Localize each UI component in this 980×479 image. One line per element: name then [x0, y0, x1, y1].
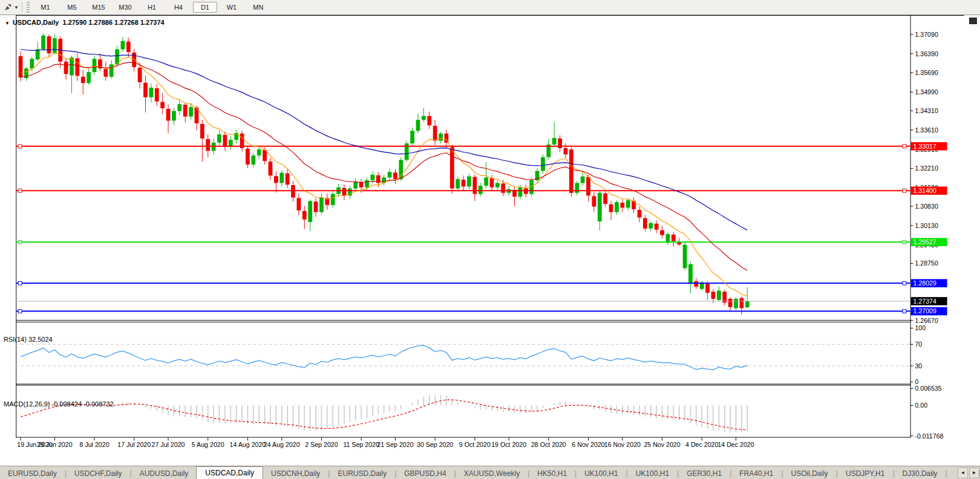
line-handle[interactable]: [903, 310, 906, 313]
price-tick-label: 1.33610: [915, 126, 938, 134]
price-tick-label: 1.36390: [915, 50, 938, 57]
date-tick-label: 8 Jul 2020: [80, 441, 109, 448]
price-badge-label: 1.31400: [913, 187, 936, 194]
symbol-tab-xauusd-weekly[interactable]: XAUUSD,Weekly: [456, 468, 528, 479]
line-handle[interactable]: [18, 145, 22, 148]
date-tick-label: 4 Dec 2020: [685, 441, 718, 448]
date-tick-label: 9 Oct 2020: [459, 441, 491, 448]
date-tick-label: 25 Nov 2020: [644, 441, 680, 448]
symbol-tab-usoil-daily[interactable]: USOil,Daily: [783, 468, 836, 479]
top-toolbar: ▼ M1 M5 M15 M30 H1 H4 D1 W1 MN: [0, 0, 980, 15]
line-handle[interactable]: [18, 310, 22, 313]
timeframe-button-w1[interactable]: W1: [220, 2, 244, 13]
chart-title-symbol: USDCAD,Daily: [13, 19, 59, 26]
symbol-tab-fra40-h1[interactable]: FRA40,H1: [731, 468, 781, 479]
chart-title: ▼USDCAD,Daily 1.27590 1.27886 1.27268 1.…: [5, 19, 165, 26]
symbol-tab-usdcnh-daily[interactable]: USDCNH,Daily: [263, 468, 328, 479]
symbol-tab-usdchf-daily[interactable]: USDCHF,Daily: [67, 468, 130, 479]
symbol-tab-eurusd-daily[interactable]: EURUSD,Daily: [0, 468, 65, 479]
tab-scroll-right-icon[interactable]: ►: [969, 468, 979, 478]
line-handle[interactable]: [903, 240, 906, 244]
timeframe-button-m1[interactable]: M1: [33, 2, 57, 13]
date-tick-label: 11 Sep 2020: [343, 441, 379, 448]
symbol-tab-gbpusd-h4[interactable]: GBPUSD,H4: [396, 468, 454, 479]
timeframe-button-d1[interactable]: D1: [193, 2, 217, 13]
date-tick-label: 2 Sep 2020: [305, 441, 338, 448]
macd-indicator-label: MACD(12,26,9) -0.008424 -0.008732: [4, 400, 114, 408]
symbol-tab-audusd-daily[interactable]: AUDUSD,Daily: [132, 468, 197, 479]
timeframe-button-mn[interactable]: MN: [246, 2, 270, 13]
price-badge-label: 1.27374: [913, 298, 936, 305]
price-tick-label: 1.32210: [915, 165, 938, 172]
timeframe-button-h1[interactable]: H1: [140, 2, 164, 13]
pointer-tool-icon[interactable]: [2, 2, 14, 13]
line-handle[interactable]: [18, 240, 22, 244]
date-tick-label: 24 Aug 2020: [264, 441, 300, 448]
symbol-tab-usdjpy-h1[interactable]: USDJPY,H1: [838, 468, 892, 479]
symbol-tab-dj30-daily[interactable]: DJ30,Daily: [895, 468, 946, 479]
line-handle[interactable]: [903, 189, 906, 192]
rsi-axis-label: 100: [915, 325, 926, 332]
line-handle[interactable]: [18, 281, 22, 285]
price-tick-label: 1.30130: [915, 222, 938, 229]
price-tick-label: 1.28750: [915, 259, 938, 267]
tool-dropdown-caret[interactable]: ▼: [14, 5, 19, 10]
line-handle[interactable]: [18, 189, 22, 192]
symbol-tab-uk100-h1[interactable]: UK100,H1: [577, 468, 626, 479]
date-tick-label: 19 Oct 2020: [491, 441, 526, 448]
chart-title-ohlc: 1.27590 1.27886 1.27268 1.27374: [62, 19, 164, 26]
macd-axis-label: -0.011768: [915, 432, 943, 440]
date-tick-label: 14 Aug 2020: [230, 441, 266, 448]
symbol-tab-hk50-h1[interactable]: HK50,H1: [529, 468, 575, 479]
date-tick-label: 27 Jul 2020: [152, 441, 185, 448]
price-badge-label: 1.27009: [913, 307, 936, 314]
date-tick-label: 29 Jun 2020: [37, 441, 73, 448]
chart-title-collapse-icon[interactable]: ▼: [5, 21, 10, 26]
price-tick-label: 1.34310: [915, 107, 938, 114]
rsi-axis-label: 30: [915, 362, 922, 370]
tab-scroll-left-icon[interactable]: ◄: [958, 468, 968, 478]
symbol-tab-ger30-h1[interactable]: GER30,H1: [679, 468, 730, 479]
price-tick-label: 1.30830: [915, 203, 938, 210]
date-tick-label: 17 Jul 2020: [117, 441, 151, 448]
line-handle[interactable]: [903, 145, 906, 148]
timeframe-button-m15[interactable]: M15: [87, 2, 111, 13]
price-tick-label: 1.37090: [915, 31, 938, 38]
date-tick-label: 30 Sep 2020: [417, 441, 453, 448]
line-handle[interactable]: [903, 281, 906, 285]
date-tick-label: 14 Dec 2020: [717, 441, 754, 448]
pointer-arrow-glyph: [4, 3, 12, 11]
symbol-tab-bar: EURUSD,Daily|USDCHF,Daily|AUDUSD,DailyUS…: [0, 466, 980, 479]
macd-axis-label: 0.006535: [915, 385, 941, 392]
price-badge-label: 1.29527: [913, 238, 936, 246]
chart-canvas[interactable]: 1.370901.363901.356901.349901.343101.336…: [0, 15, 980, 466]
symbol-tab-usdcad-daily[interactable]: USDCAD,Daily: [196, 466, 263, 479]
price-tick-label: 1.35690: [915, 69, 938, 76]
date-tick-label: 16 Nov 2020: [604, 441, 641, 448]
chart-area[interactable]: 1.370901.363901.356901.349901.343101.336…: [0, 15, 980, 466]
price-tick-label: 1.34990: [915, 88, 938, 96]
toolbar-grip[interactable]: [27, 2, 30, 13]
price-badge-label: 1.33017: [913, 143, 936, 150]
rsi-axis-label: 70: [915, 341, 922, 348]
timeframe-button-m5[interactable]: M5: [60, 2, 84, 13]
tab-scroll-buttons: ◄ ►: [955, 468, 979, 478]
symbol-tab-uk100-h1[interactable]: UK100,H1: [628, 468, 677, 479]
timeframe-button-m30[interactable]: M30: [113, 2, 137, 13]
macd-axis-label: 0.00: [915, 402, 927, 409]
date-tick-label: 6 Nov 2020: [572, 441, 604, 448]
date-tick-label: 21 Sep 2020: [377, 441, 413, 448]
symbol-tab-eurusd-daily[interactable]: EURUSD,Daily: [330, 468, 394, 479]
chart-corner-marker: [969, 18, 977, 24]
price-badge-label: 1.28029: [913, 279, 936, 287]
rsi-indicator-label: RSI(14) 32.5024: [4, 336, 53, 343]
price-tick-label: 1.26670: [915, 317, 938, 324]
date-tick-label: 5 Aug 2020: [192, 441, 224, 448]
toolbar-divider: [22, 2, 22, 13]
timeframe-button-h4[interactable]: H4: [166, 2, 191, 13]
date-tick-label: 28 Oct 2020: [531, 441, 566, 448]
